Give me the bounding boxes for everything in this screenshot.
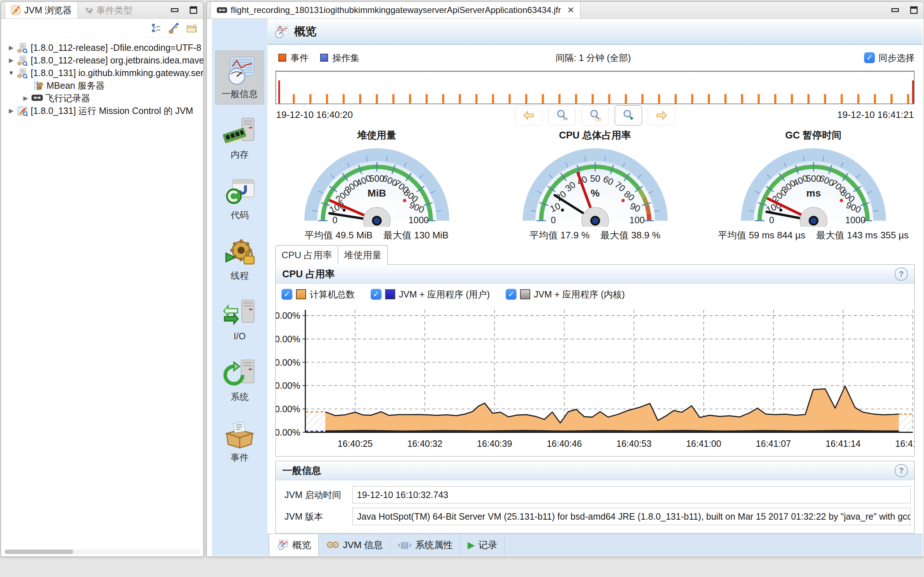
expand-arrow-icon[interactable]: ▶ (8, 56, 15, 64)
jvm-start-time-field[interactable]: 19-12-10 16:10:32.743 (352, 486, 911, 503)
minimize-button[interactable] (890, 5, 900, 15)
svg-text:ms: ms (806, 187, 821, 199)
jvm-browser-hscrollbar[interactable] (4, 549, 200, 554)
sidebar-item-events[interactable]: 事件 (215, 414, 264, 468)
minimize-button[interactable] (170, 5, 179, 15)
legend-checkbox[interactable]: ✓ (371, 289, 381, 300)
sync-selection-checkbox[interactable]: ✓ (864, 52, 875, 63)
tab-jvm-info[interactable]: ⚙⚙ JVM 信息 (319, 534, 391, 556)
overview-tab-icon (276, 540, 289, 550)
mission-control-jvm-icon (17, 106, 28, 116)
legend-label: 计算机总数 (310, 288, 355, 300)
sidebar-item-label: I/O (234, 331, 246, 342)
tab-cpu-usage[interactable]: CPU 占用率 (275, 245, 338, 265)
tree-item[interactable]: ▶ [1.8.0_112-release] org.jetbrains.idea… (1, 54, 203, 67)
tab-event-types[interactable]: 事件类型 (78, 2, 138, 18)
help-icon[interactable]: ? (895, 268, 908, 280)
arrow-left-icon (523, 110, 535, 121)
timeline-end-time: 19-12-10 16:41:21 (837, 109, 914, 121)
jvm-browser-titlebar: JVM 浏览器 事件类型 (1, 2, 203, 19)
jvm-version-field[interactable]: Java HotSpot(TM) 64-Bit Server VM (25.13… (352, 508, 911, 525)
zoom-in-button[interactable] (615, 105, 642, 126)
new-connection-icon[interactable] (168, 22, 180, 34)
legend-label: JVM + 应用程序 (用户) (399, 288, 490, 300)
svg-text:MiB: MiB (367, 187, 386, 199)
tab-system-properties[interactable]: ‹▤› 系统属性 (391, 534, 460, 556)
tree-layout-icon[interactable] (150, 23, 162, 34)
close-tab-icon[interactable]: ✕ (567, 5, 574, 15)
timeline-event-ticks (278, 94, 914, 103)
tree-item[interactable]: ▶ 飞行记录器 (1, 92, 203, 105)
jvm-browser-toolbar (1, 19, 203, 38)
svg-text:16:41:07: 16:41:07 (756, 438, 791, 449)
expand-arrow-icon[interactable]: ▶ (22, 95, 29, 102)
gauge-avg-value: 平均值 17.9 % (530, 229, 590, 242)
flight-recording-window: flight_recording_180131iogithubkimmkingg… (207, 2, 924, 557)
maximize-icon (909, 6, 918, 15)
jvm-version-row: JVM 版本 Java HotSpot(TM) 64-Bit Server VM… (280, 508, 911, 525)
tree-item[interactable]: ▶ [1.8.0_112-release] -Dfile.encoding=UT… (1, 42, 203, 54)
operative-set-swatch (320, 54, 328, 62)
legend-jvm-kernel[interactable]: ✓ JVM + 应用程序 (内核) (506, 288, 625, 300)
pan-left-button[interactable] (515, 105, 543, 126)
sidebar-item-general[interactable]: 一般信息 (215, 50, 264, 105)
operative-set-label: 操作集 (333, 52, 360, 64)
overview-page: 概览 事件 操作集 间隔: 1 分钟 (全部) ✓ 同步选择 19-12-10 … (267, 19, 922, 556)
gauge-title: 堆使用量 (357, 129, 396, 142)
collapse-arrow-icon[interactable]: ▼ (8, 69, 15, 77)
zoom-out-button[interactable] (548, 105, 576, 126)
legend-jvm-user[interactable]: ✓ JVM + 应用程序 (用户) (371, 288, 490, 300)
open-folder-icon[interactable] (186, 22, 198, 34)
tree-item[interactable]: MBean 服务器 (1, 79, 203, 92)
tab-recording-label: 记录 (478, 539, 498, 551)
tab-jvm-browser[interactable]: JVM 浏览器 (5, 2, 78, 18)
sidebar-item-code[interactable]: 代码 (215, 172, 264, 226)
general-info-panel: 一般信息 ? JVM 启动时间 19-12-10 16:10:32.743 JV… (275, 461, 914, 533)
maximize-button[interactable] (189, 5, 198, 15)
svg-text:40.00%: 40.00% (276, 380, 300, 390)
svg-text:0: 0 (551, 215, 556, 226)
tree-item-label: MBean 服务器 (47, 80, 105, 92)
recording-timeline[interactable] (275, 71, 914, 104)
cpu-usage-chart[interactable]: 0.00%20.00%40.00%60.00%80.00%100.00%16:4… (276, 305, 914, 456)
tab-recording[interactable]: ▶ 记录 (460, 534, 505, 556)
tab-flight-recording[interactable]: flight_recording_180131iogithubkimmkingg… (210, 2, 580, 18)
legend-total-cpu[interactable]: ✓ 计算机总数 (281, 288, 355, 300)
svg-text:0.00%: 0.00% (276, 427, 300, 437)
gauge-max-value: 最大值 130 MiB (383, 229, 449, 242)
svg-text:1000: 1000 (408, 215, 428, 226)
arrow-right-icon (656, 110, 668, 121)
svg-text:16:41:14: 16:41:14 (825, 438, 861, 449)
tree-item[interactable]: ▼ [1.8.0_131] io.github.kimmking.gateway… (1, 67, 203, 79)
sidebar-item-threads[interactable]: 线程 (215, 232, 264, 286)
pan-right-button[interactable] (648, 105, 675, 126)
info-fields: JVM 启动时间 19-12-10 16:10:32.743 JVM 版本 Ja… (276, 480, 914, 533)
cpu-gauge-dial: 0102030405060708090100% (518, 142, 673, 228)
tab-heap-usage[interactable]: 堆使用量 (338, 245, 388, 265)
svg-text:16:40:32: 16:40:32 (407, 438, 442, 449)
system-properties-icon: ‹▤› (398, 540, 412, 550)
sync-selection-group[interactable]: ✓ 同步选择 (864, 52, 914, 64)
maximize-button[interactable] (909, 5, 919, 15)
tree-item-label: [1.8.0_131] 运行 Mission Control 的 JVM (31, 105, 193, 117)
sidebar-item-io[interactable]: I/O (215, 293, 264, 347)
legend-checkbox[interactable]: ✓ (506, 289, 517, 300)
tab-event-types-label: 事件类型 (96, 4, 132, 16)
tab-overview[interactable]: 概览 (269, 534, 319, 556)
cpu-usage-panel: CPU 占用率 ? ✓ 计算机总数 ✓ JVM + 应用程序 (用户) ✓ JV (275, 264, 914, 456)
zoom-out-icon (556, 109, 568, 121)
jvm-start-time-label: JVM 启动时间 (280, 489, 352, 501)
scrollbar-thumb[interactable] (5, 550, 73, 554)
sidebar-item-system[interactable]: 系统 (215, 353, 264, 408)
help-icon[interactable]: ? (895, 464, 908, 477)
legend-checkbox[interactable]: ✓ (281, 289, 292, 300)
page-title: 概览 (294, 24, 317, 39)
bottom-tab-bar: 概览 ⚙⚙ JVM 信息 ‹▤› 系统属性 ▶ 记录 (267, 534, 922, 556)
zoom-selection-button[interactable] (582, 105, 609, 126)
tree-item[interactable]: ▶ [1.8.0_131] 运行 Mission Control 的 JVM (1, 105, 203, 117)
expand-arrow-icon[interactable]: ▶ (8, 107, 15, 115)
tab-overview-label: 概览 (292, 539, 311, 551)
expand-arrow-icon[interactable]: ▶ (8, 44, 15, 52)
sidebar-item-memory[interactable]: 内存 (215, 111, 264, 165)
svg-text:16:41:21: 16:41:21 (895, 438, 914, 449)
